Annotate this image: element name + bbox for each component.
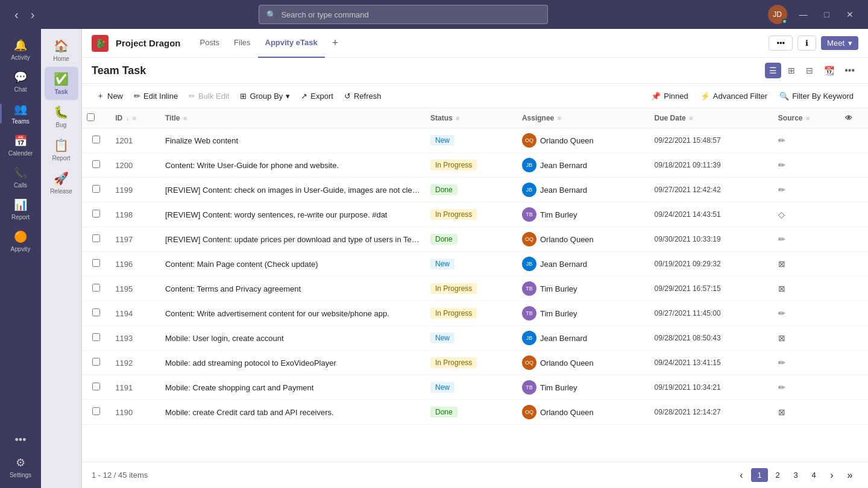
row-checkbox[interactable] — [92, 160, 100, 168]
status-badge: New — [430, 333, 454, 343]
sidebar-more-button[interactable]: ••• — [0, 429, 41, 451]
row-checkbox[interactable] — [92, 210, 100, 217]
refresh-button[interactable]: ↺ Refresh — [339, 89, 386, 104]
row-checkbox-cell — [82, 277, 110, 301]
pagination-controls: ‹ 1 2 3 4 › » — [733, 468, 858, 483]
id-filter-icon[interactable]: ≡ — [133, 115, 136, 122]
row-checkbox[interactable] — [92, 136, 100, 143]
row-title[interactable]: [REVIEW] Content: update prices per down… — [160, 227, 426, 252]
table-header-row: ID ↓ ≡ Title ≡ — [82, 108, 868, 128]
nav-forward-button[interactable]: › — [26, 5, 40, 24]
view-more-button[interactable]: ••• — [841, 63, 858, 78]
sec-item-home[interactable]: 🏠 Home — [41, 34, 82, 67]
minimize-button[interactable]: — — [794, 7, 813, 22]
status-filter-icon[interactable]: ≡ — [456, 115, 460, 122]
meet-button[interactable]: Meet ▾ — [821, 36, 858, 50]
row-checkbox[interactable] — [92, 284, 100, 292]
sidebar-item-settings[interactable]: ⚙ Settings — [0, 451, 41, 483]
bulk-edit-button[interactable]: ✏ Bulk Edit — [184, 89, 234, 104]
sidebar-item-teams[interactable]: 👥 Teams — [0, 98, 41, 130]
view-filter-button[interactable]: ⊟ — [802, 63, 817, 78]
row-checkbox[interactable] — [92, 234, 100, 242]
due-filter-icon[interactable]: ≡ — [690, 115, 693, 122]
assignee-avatar: OQ — [522, 133, 536, 148]
row-title[interactable]: Content: Terms and Privacy agreement — [160, 277, 426, 301]
sec-item-bug[interactable]: 🐛 Bug — [41, 100, 82, 133]
export-button[interactable]: ↗ Export — [296, 89, 338, 104]
edit-inline-button[interactable]: ✏ Edit Inline — [129, 89, 183, 104]
page-3-button[interactable]: 3 — [787, 468, 804, 482]
add-tab-button[interactable]: + — [325, 29, 346, 58]
row-title[interactable]: Content: Write advertisement content for… — [160, 301, 426, 326]
select-all-checkbox[interactable] — [87, 113, 95, 121]
group-by-button[interactable]: ⊞ Group By ▾ — [235, 89, 295, 104]
sidebar-item-calendar[interactable]: 📅 Calender — [0, 130, 41, 161]
close-button[interactable]: ✕ — [841, 7, 858, 22]
col-header-id[interactable]: ID ↓ ≡ — [110, 108, 160, 128]
row-title[interactable]: Mobile: User login, create account — [160, 326, 426, 351]
row-title[interactable]: Mobile: Create shopping cart and Payment — [160, 375, 426, 400]
search-bar[interactable]: 🔍 — [259, 5, 548, 24]
row-assignee: JB Jean Bernard — [517, 178, 650, 202]
col-header-eye: 👁 — [840, 108, 868, 128]
row-status: New — [426, 375, 517, 400]
view-grid-button[interactable]: ⊞ — [784, 63, 799, 78]
search-input[interactable] — [281, 10, 540, 19]
tab-appvity-etask[interactable]: Appvity eTask — [258, 29, 325, 58]
row-checkbox[interactable] — [92, 383, 100, 390]
sidebar-item-activity[interactable]: 🔔 Activity — [0, 34, 41, 66]
dropdown-icon: ▾ — [286, 92, 290, 101]
tab-files[interactable]: Files — [227, 29, 257, 58]
pinned-button[interactable]: 📌 Pinned — [646, 89, 693, 104]
new-button[interactable]: ＋ New — [92, 87, 128, 104]
col-header-source[interactable]: Source ≡ — [773, 108, 841, 128]
nav-back-button[interactable]: ‹ — [10, 5, 24, 24]
filter-keyword-button[interactable]: 🔍 Filter By Keyword — [775, 89, 858, 104]
view-list-button[interactable]: ☰ — [765, 63, 781, 78]
row-status: New — [426, 326, 517, 351]
view-calendar-button[interactable]: 📆 — [820, 63, 838, 78]
sec-item-release[interactable]: 🚀 Release — [41, 166, 82, 199]
page-2-button[interactable]: 2 — [769, 468, 786, 482]
row-title[interactable]: [REVIEW] Content: wordy sentences, re-wr… — [160, 202, 426, 227]
col-header-status[interactable]: Status ≡ — [426, 108, 517, 128]
page-4-button[interactable]: 4 — [805, 468, 822, 482]
page-next-button[interactable]: › — [823, 468, 840, 483]
row-checkbox[interactable] — [92, 358, 100, 366]
page-last-button[interactable]: » — [841, 468, 858, 483]
row-title[interactable]: Finalize Web content — [160, 128, 426, 153]
row-title[interactable]: Mobile: add streaming potocol to ExoVide… — [160, 351, 426, 375]
title-filter-icon[interactable]: ≡ — [183, 115, 187, 122]
row-title[interactable]: [REVIEW] Content: check on images in Use… — [160, 178, 426, 202]
team-more-button[interactable]: ••• — [769, 36, 793, 51]
col-header-title[interactable]: Title ≡ — [160, 108, 426, 128]
source-filter-icon[interactable]: ≡ — [807, 115, 810, 122]
source-icon: ✏ — [778, 234, 785, 244]
advanced-filter-button[interactable]: ⚡ Advanced Filter — [696, 89, 772, 104]
row-title[interactable]: Mobile: create Credit card tab and API r… — [160, 400, 426, 425]
row-checkbox-cell — [82, 153, 110, 178]
team-info-button[interactable]: ℹ — [797, 36, 816, 51]
row-checkbox[interactable] — [92, 407, 100, 415]
sec-item-task[interactable]: ✅ Task — [45, 67, 78, 100]
row-title[interactable]: Content: Write User-Guide for phone and … — [160, 153, 426, 178]
tab-posts[interactable]: Posts — [193, 29, 227, 58]
id-sort-icon[interactable]: ↓ — [126, 115, 129, 122]
sidebar-item-calls[interactable]: 📞 Calls — [0, 161, 41, 193]
col-header-assignee[interactable]: Assignee ≡ — [517, 108, 650, 128]
sidebar-item-report[interactable]: 📊 Report — [0, 193, 41, 225]
row-checkbox[interactable] — [92, 259, 100, 267]
row-checkbox[interactable] — [92, 308, 100, 316]
assignee-filter-icon[interactable]: ≡ — [558, 115, 561, 122]
maximize-button[interactable]: □ — [820, 7, 834, 22]
sidebar-item-appvity[interactable]: 🟠 Appvity — [0, 225, 41, 257]
sec-item-report[interactable]: 📋 Report — [41, 133, 82, 166]
row-title[interactable]: Content: Main Page content (Check update… — [160, 252, 426, 277]
sidebar-item-chat[interactable]: 💬 Chat — [0, 66, 41, 98]
row-checkbox[interactable] — [92, 333, 100, 341]
sidebar-label-report: Report — [11, 214, 30, 221]
page-1-button[interactable]: 1 — [751, 468, 768, 482]
page-prev-button[interactable]: ‹ — [733, 468, 750, 483]
col-header-due[interactable]: Due Date ≡ — [650, 108, 773, 128]
row-checkbox[interactable] — [92, 185, 100, 193]
